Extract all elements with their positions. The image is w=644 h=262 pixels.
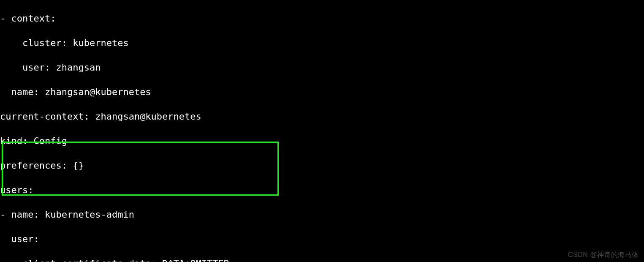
terminal-line: client-certificate-data: DATA+OMITTED: [0, 257, 644, 262]
terminal-line: preferences: {}: [0, 159, 644, 172]
terminal-line: user:: [0, 233, 644, 245]
terminal-line: - context:: [0, 12, 644, 25]
terminal-line: cluster: kubernetes: [0, 37, 644, 49]
terminal-line: user: zhangsan: [0, 61, 644, 74]
terminal-line: users:: [0, 184, 644, 196]
terminal-output[interactable]: - context: cluster: kubernetes user: zha…: [0, 0, 644, 262]
terminal-line: name: zhangsan@kubernetes: [0, 86, 644, 98]
terminal-line: kind: Config: [0, 135, 644, 147]
terminal-line: current-context: zhangsan@kubernetes: [0, 110, 644, 123]
terminal-line: - name: kubernetes-admin: [0, 208, 644, 221]
watermark: CSDN @神奇的海马体: [568, 251, 639, 259]
